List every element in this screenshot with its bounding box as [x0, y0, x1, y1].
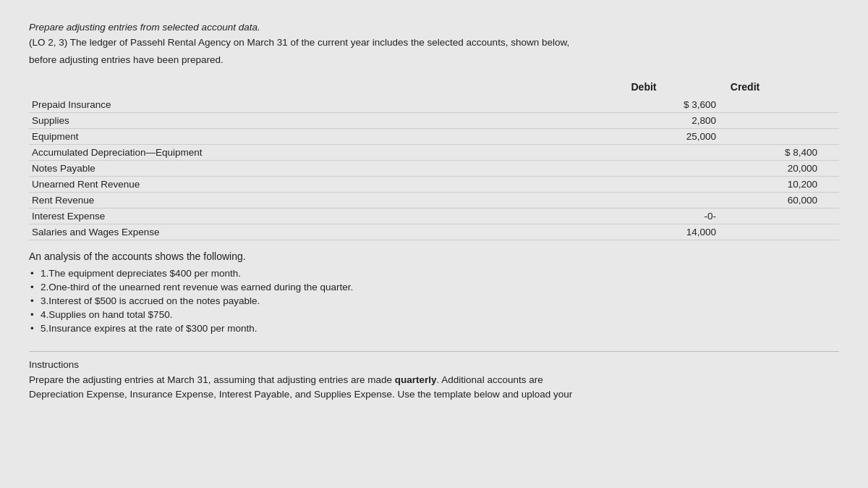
debit-column-header: Debit [593, 81, 694, 93]
analysis-section: An analysis of the accounts shows the fo… [29, 251, 839, 335]
table-row: Rent Revenue 60,000 [29, 193, 839, 209]
account-name: Equipment [29, 131, 637, 142]
list-item: 1.The equipment depreciates $400 per mon… [29, 266, 839, 280]
account-name: Supplies [29, 115, 637, 126]
credit-column-header: Credit [694, 81, 796, 93]
table-row: Equipment 25,000 [29, 129, 839, 145]
debit-value: 2,800 [637, 115, 738, 126]
credit-value: 60,000 [738, 195, 839, 206]
debit-value: 14,000 [637, 227, 738, 237]
instructions-section: Instructions Prepare the adjusting entri… [29, 351, 839, 403]
table-header: Debit Credit [29, 81, 839, 93]
account-name: Interest Expense [29, 211, 637, 222]
account-name: Unearned Rent Revenue [29, 179, 637, 190]
list-item: 4.Supplies on hand total $750. [29, 308, 839, 321]
account-name: Prepaid Insurance [29, 99, 637, 110]
credit-value: 20,000 [738, 163, 839, 174]
instructions-bold-word: quarterly [395, 374, 437, 385]
instructions-title: Instructions [29, 359, 839, 370]
debit-value: 25,000 [637, 131, 738, 142]
table-row: Notes Payable 20,000 [29, 161, 839, 177]
page-container: Prepare adjusting entries from selected … [0, 0, 868, 488]
account-table: Debit Credit Prepaid Insurance $ 3,600 S… [29, 81, 839, 240]
account-name: Accumulated Depreciation—Equipment [29, 147, 637, 158]
table-row: Accumulated Depreciation—Equipment $ 8,4… [29, 145, 839, 161]
account-name: Notes Payable [29, 163, 637, 174]
credit-value: 10,200 [738, 179, 839, 190]
analysis-title: An analysis of the accounts shows the fo… [29, 251, 839, 262]
credit-value: $ 8,400 [738, 147, 839, 158]
description-line2: before adjusting entries have been prepa… [29, 53, 839, 67]
table-row: Salaries and Wages Expense 14,000 [29, 224, 839, 240]
list-item: 5.Insurance expires at the rate of $300 … [29, 321, 839, 335]
debit-value: $ 3,600 [637, 99, 738, 110]
list-item: 3.Interest of $500 is accrued on the not… [29, 294, 839, 308]
instructions-body: Prepare the adjusting entries at March 3… [29, 373, 839, 387]
table-row: Supplies 2,800 [29, 113, 839, 129]
table-row: Unearned Rent Revenue 10,200 [29, 177, 839, 193]
debit-value: -0- [637, 211, 738, 222]
intro-text: Prepare adjusting entries from selected … [29, 22, 839, 33]
description-line1: (LO 2, 3) The ledger of Passehl Rental A… [29, 35, 839, 50]
account-name: Rent Revenue [29, 195, 637, 206]
analysis-list: 1.The equipment depreciates $400 per mon… [29, 266, 839, 335]
instructions-text-before: Prepare the adjusting entries at March 3… [29, 374, 395, 385]
account-name: Salaries and Wages Expense [29, 227, 637, 237]
list-item: 2.One-third of the unearned rent revenue… [29, 280, 839, 294]
instructions-body-line2: Depreciation Expense, Insurance Expense,… [29, 387, 839, 402]
table-row: Interest Expense -0- [29, 209, 839, 224]
instructions-text-after: . Additional accounts are [437, 374, 543, 385]
table-row: Prepaid Insurance $ 3,600 [29, 97, 839, 113]
